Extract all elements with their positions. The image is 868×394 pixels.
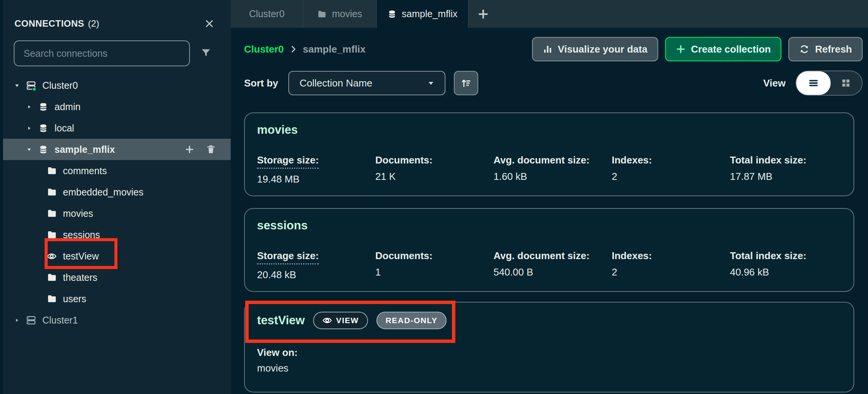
stat-documents: Documents: 21 K [375,154,493,185]
button-label: Visualize your data [558,43,648,55]
search-row [14,40,218,66]
collection-name[interactable]: testView [257,314,305,327]
filter-icon[interactable] [198,45,214,62]
view-toggle-group: View [763,70,863,96]
caret-down-icon[interactable] [14,83,20,88]
view-on-value: movies [257,362,297,374]
stat-value: 2 [612,171,730,183]
window-edge [0,0,3,394]
list-view-toggle[interactable] [796,71,831,95]
tab-label: Cluster0 [249,8,285,19]
tree-item-cluster1[interactable]: Cluster1 [0,309,231,331]
tree-item-sample-mflix[interactable]: sample_mflix [0,139,231,160]
stat-value: 1 [375,266,493,278]
button-label: Refresh [815,43,852,55]
plus-icon [676,44,686,54]
database-icon [38,123,48,133]
folder-icon [47,187,57,197]
mongodb-compass-window: CONNECTIONS (2) [0,0,868,394]
eye-icon [322,316,332,325]
stat-label: Documents: [375,154,432,166]
stat-value: 20.48 kB [257,269,375,281]
tree-item-label: testView [63,251,99,262]
view-label: View [763,77,786,89]
stat-label[interactable]: Storage size: [257,154,319,169]
tree-item-embedded-movies[interactable]: embedded_movies [0,181,231,203]
collection-name[interactable]: movies [257,123,298,137]
sort-field-value: Collection Name [300,77,373,89]
collection-stats: Storage size: 20.48 kB Documents: 1 Avg.… [257,250,841,281]
stat-label: Total index size: [730,154,806,166]
server-icon [26,315,36,325]
grid-view-toggle[interactable] [830,71,862,95]
tree-item-cluster0[interactable]: Cluster0 [0,75,231,96]
connections-tree: Cluster0 admin [0,75,231,331]
tab-movies[interactable]: movies [303,0,377,28]
create-collection-icon[interactable] [184,144,195,155]
breadcrumb-cluster[interactable]: Cluster0 [244,43,284,55]
caret-right-icon[interactable] [26,126,32,131]
folder-icon [47,208,57,219]
tab-sample-mflix[interactable]: sample_mflix [377,0,468,28]
collection-stats: Storage size: 19.48 MB Documents: 21 K A… [257,154,841,185]
tab-cluster0[interactable]: Cluster0 [231,0,303,28]
tree-item-movies[interactable]: movies [0,203,231,224]
collection-card-testview[interactable]: testView VIEW READ-ONLY [244,302,854,392]
folder-icon [47,166,57,176]
tree-item-sessions[interactable]: sessions [0,224,231,245]
visualize-data-button[interactable]: Visualize your data [532,37,658,61]
tab-label: sample_mflix [402,8,458,19]
view-badge: VIEW [313,312,368,329]
stat-label: Total index size: [730,250,806,262]
stat-value: 17.87 MB [730,171,806,183]
create-collection-button[interactable]: Create collection [665,37,782,61]
collection-card-movies[interactable]: movies Storage size: 19.48 MB Documents:… [244,112,854,196]
database-icon [387,10,397,19]
tree-item-label: local [55,123,74,134]
caret-down-icon [427,79,435,87]
sort-row: Sort by Collection Name [244,70,863,96]
database-icon [38,144,48,155]
tree-item-comments[interactable]: comments [0,160,231,181]
breadcrumb: Cluster0 sample_mflix [244,43,366,55]
database-actions [184,144,231,155]
drop-database-icon[interactable] [206,144,216,155]
folder-icon [47,294,57,304]
close-sidebar-icon[interactable] [203,17,216,30]
bar-chart-icon [543,44,553,54]
tree-item-label: Cluster1 [42,315,78,326]
stat-indexes: Indexes: 2 [612,154,730,185]
refresh-button[interactable]: Refresh [788,37,863,61]
server-icon [26,80,36,91]
tree-item-theaters[interactable]: theaters [0,267,231,288]
stat-avg-document-size: Avg. document size: 1.60 kB [493,154,612,185]
collection-card-sessions[interactable]: sessions Storage size: 20.48 kB Document… [244,208,854,292]
sidebar-header: CONNECTIONS (2) [0,0,231,30]
stat-value: 40.96 kB [730,266,806,278]
new-tab-button[interactable] [468,0,498,28]
main-area: Cluster0 movies sample_mflix [231,0,868,394]
caret-right-icon[interactable] [26,104,32,109]
stat-label[interactable]: Storage size: [257,250,319,264]
tree-item-admin[interactable]: admin [0,96,231,117]
stat-value: 540.00 B [493,266,612,278]
tree-item-testview[interactable]: testView [0,245,231,267]
caret-down-icon[interactable] [26,147,32,152]
sort-field-dropdown[interactable]: Collection Name [288,71,445,95]
search-connections-input[interactable] [14,40,190,66]
header-buttons: Visualize your data Create collection [532,37,863,61]
tree-item-local[interactable]: local [0,117,231,139]
caret-right-icon[interactable] [14,318,20,323]
tree-item-label: sample_mflix [55,144,115,155]
tab-label: movies [332,8,362,19]
stat-total-index-size: Total index size: 17.87 MB [730,154,806,185]
workspace-tabbar: Cluster0 movies sample_mflix [231,0,868,28]
connections-sidebar: CONNECTIONS (2) [0,0,231,394]
sort-direction-button[interactable] [454,71,478,95]
collection-name[interactable]: sessions [257,219,308,232]
view-on-label: View on: [257,347,297,359]
badge-label: READ-ONLY [386,316,437,325]
tree-item-users[interactable]: users [0,288,231,309]
list-icon [807,77,820,89]
tree-item-label: users [63,293,86,304]
